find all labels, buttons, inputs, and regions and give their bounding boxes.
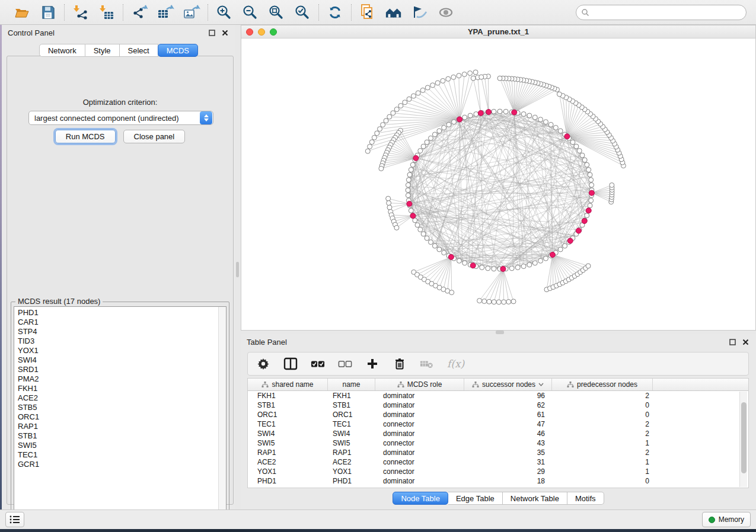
optimization-criterion-dropdown[interactable]: largest connected component (undirected) (28, 111, 213, 125)
float-panel-icon[interactable] (207, 28, 216, 37)
vertical-splitter-handle[interactable] (236, 262, 239, 277)
search-field[interactable] (576, 5, 747, 20)
control-panel-tabs: NetworkStyleSelectMCDS (2, 44, 235, 57)
select-all-icon[interactable] (311, 357, 325, 371)
mcds-result-item[interactable]: TID3 (18, 336, 226, 346)
mcds-result-item[interactable]: YOX1 (18, 346, 226, 355)
task-history-button[interactable] (5, 512, 24, 527)
mcds-result-item[interactable]: RAP1 (18, 422, 226, 431)
table-row[interactable]: ACE2ACE2connector311 (248, 457, 748, 467)
mcds-result-list[interactable]: PHD1CAR1STP4TID3YOX1SWI4SRD1PMA2FKH1ACE2… (14, 306, 227, 517)
export-network-icon[interactable] (130, 4, 148, 21)
mcds-result-item[interactable]: FKH1 (18, 384, 226, 393)
table-row[interactable]: PHD1PHD1dominator180 (248, 476, 748, 486)
table-row[interactable]: YOX1YOX1connector291 (248, 467, 748, 476)
mcds-result-item[interactable]: CAR1 (18, 318, 226, 327)
tab-select[interactable]: Select (120, 44, 158, 57)
tab-mcds[interactable]: MCDS (158, 44, 198, 57)
table-row[interactable]: SWI4SWI4dominator462 (248, 429, 748, 438)
tab-style[interactable]: Style (85, 44, 120, 57)
mcds-result-item[interactable]: SWI5 (18, 441, 226, 450)
column-header-name[interactable]: name (328, 379, 375, 390)
table-row[interactable]: FKH1FKH1dominator962 (248, 391, 748, 400)
zoom-out-icon[interactable] (241, 4, 259, 21)
zoom-fit-icon[interactable] (267, 4, 285, 21)
import-network-icon[interactable] (72, 4, 90, 21)
apply-style-icon[interactable] (411, 4, 429, 21)
close-table-panel-icon[interactable] (741, 337, 750, 347)
import-table-icon[interactable] (98, 4, 116, 21)
share-document-icon[interactable] (359, 4, 377, 21)
mcds-result-item[interactable]: GCR1 (18, 460, 226, 469)
cell-successor: 18 (464, 476, 552, 486)
cell-name: SWI5 (328, 438, 375, 448)
main-toolbar (0, 0, 756, 25)
mcds-result-item[interactable]: ORC1 (18, 412, 226, 422)
export-table-glyph (157, 4, 174, 21)
export-image-icon[interactable] (183, 4, 200, 21)
column-label: shared name (272, 380, 313, 389)
show-column-panel-icon[interactable] (283, 357, 298, 371)
mcds-result-scrollbar[interactable] (218, 307, 226, 516)
delete-column-icon[interactable] (393, 357, 407, 371)
table-row[interactable]: TEC1TEC1connector472 (248, 419, 748, 429)
mcds-result-item[interactable]: STB5 (18, 403, 226, 412)
zoom-in-icon[interactable] (215, 4, 233, 21)
mcds-result-item[interactable]: SRD1 (18, 365, 226, 374)
add-column-icon[interactable] (365, 357, 379, 371)
column-header-MCDS-role[interactable]: MCDS role (375, 379, 464, 390)
dropdown-stepper-icon (200, 111, 212, 124)
cell-mcds_role: connector (375, 467, 464, 476)
export-table-icon[interactable] (157, 4, 174, 21)
memory-button[interactable]: Memory (702, 512, 751, 527)
table-scrollbar-thumb[interactable] (741, 402, 747, 473)
tab-edge-table[interactable]: Edge Table (448, 492, 503, 505)
mcds-result-item[interactable]: PHD1 (18, 308, 226, 318)
control-panel-title: Control Panel (8, 28, 203, 37)
mcds-result-item[interactable]: SWI4 (18, 355, 226, 365)
tab-network-table[interactable]: Network Table (503, 492, 567, 505)
float-table-panel-icon[interactable] (728, 337, 737, 347)
zoom-selected-icon[interactable] (294, 4, 311, 21)
magnifier-plus-glyph (216, 4, 232, 21)
search-input[interactable] (589, 8, 741, 17)
run-mcds-button[interactable]: Run MCDS (55, 130, 116, 143)
mcds-result-item[interactable]: ACE2 (18, 393, 226, 403)
save-session-icon[interactable] (39, 4, 57, 21)
show-hide-icon[interactable] (437, 4, 455, 21)
close-panel-icon[interactable] (220, 28, 229, 37)
table-row[interactable]: SWI5SWI5connector431 (248, 438, 748, 448)
table-row[interactable]: RAP1RAP1dominator352 (248, 448, 748, 457)
mcds-result-item[interactable]: TEC1 (18, 450, 226, 460)
tab-node-table[interactable]: Node Table (393, 492, 448, 505)
node-table[interactable]: shared namenameMCDS rolesuccessor nodesp… (247, 378, 749, 488)
merge-networks-icon[interactable] (385, 4, 403, 21)
cell-name: ORC1 (328, 410, 375, 419)
table-row[interactable]: ORC1ORC1dominator610 (248, 410, 748, 419)
unselect-all-icon[interactable] (338, 357, 352, 371)
mcds-result-item[interactable]: STB1 (18, 431, 226, 441)
refresh-icon[interactable] (326, 4, 344, 21)
close-panel-button[interactable]: Close panel (123, 130, 186, 143)
cell-shared_name: STB1 (248, 400, 328, 410)
column-header-successor-nodes[interactable]: successor nodes (464, 379, 552, 390)
document-network-glyph (359, 4, 376, 21)
tab-network[interactable]: Network (39, 44, 85, 57)
mcds-result-item[interactable]: STP4 (18, 327, 226, 336)
table-settings-icon[interactable] (256, 357, 270, 371)
cell-predecessor: 2 (552, 391, 653, 400)
column-header-shared-name[interactable]: shared name (248, 379, 328, 390)
mcds-result-item[interactable]: PMA2 (18, 374, 226, 384)
column-header-predecessor-nodes[interactable]: predecessor nodes (552, 379, 653, 390)
table-row[interactable]: STB1STB1dominator620 (248, 400, 748, 410)
table-scrollbar[interactable] (739, 392, 747, 487)
sort-chevron-icon (538, 383, 544, 386)
eye-glyph (437, 5, 455, 20)
open-session-icon[interactable] (13, 4, 31, 21)
network-canvas[interactable] (241, 39, 755, 330)
export-network-glyph (131, 4, 148, 21)
dropdown-value: largest connected component (undirected) (29, 114, 200, 123)
network-window-titlebar[interactable]: YPA_prune.txt_1 (241, 25, 755, 39)
import-network-glyph (72, 4, 89, 21)
tab-motifs[interactable]: Motifs (567, 492, 604, 505)
